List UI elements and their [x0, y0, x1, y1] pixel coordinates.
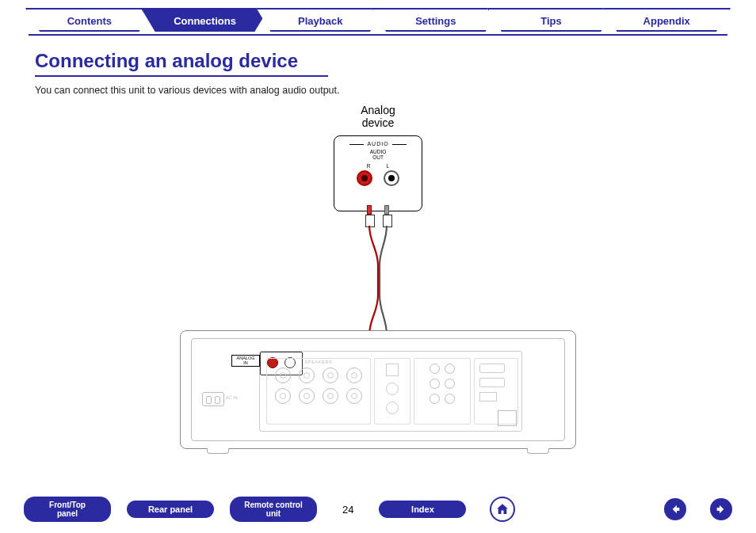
- home-icon: [495, 502, 510, 516]
- tab-label: Connections: [174, 15, 236, 27]
- rca-jack-l: [384, 170, 399, 186]
- tab-label: Contents: [67, 15, 112, 27]
- tab-contents[interactable]: Contents: [25, 8, 154, 32]
- receiver-unit: AC IN SPEAKERS: [180, 330, 576, 449]
- tab-connections[interactable]: Connections: [141, 8, 269, 32]
- network-port: [498, 410, 517, 426]
- home-button[interactable]: [490, 497, 515, 522]
- audio-out-label: AUDIO OUT: [370, 149, 387, 160]
- source-jacks: [357, 170, 399, 186]
- tab-label: Tips: [540, 15, 562, 27]
- foot-right: [527, 448, 549, 454]
- title-rule: [35, 75, 328, 77]
- connection-diagram: Analog device AUDIO AUDIO OUT R L: [124, 104, 632, 452]
- rear-panel-plate: SPEAKERS: [259, 351, 522, 432]
- lead-text: You can connect this unit to various dev…: [35, 85, 721, 96]
- footer-btn-remote-control-unit[interactable]: Remote control unit: [230, 497, 317, 522]
- prev-page-button[interactable]: [664, 498, 686, 520]
- tab-label: Appendix: [643, 15, 690, 27]
- source-device-label: Analog device: [361, 104, 395, 129]
- page-title: Connecting an analog device: [35, 50, 721, 72]
- tab-appendix[interactable]: Appendix: [602, 8, 731, 32]
- tab-settings[interactable]: Settings: [372, 8, 500, 32]
- arrow-right-icon: [715, 503, 727, 516]
- plug-top-l: [383, 205, 391, 226]
- footer-btn-front-top-panel[interactable]: Front/Top panel: [24, 497, 111, 522]
- analog-in-label: ANALOG IN: [231, 355, 260, 367]
- content-area: Connecting an analog device You can conn…: [0, 36, 756, 452]
- analog-source-box: AUDIO AUDIO OUT R L: [334, 135, 422, 211]
- channel-labels: R L: [367, 163, 389, 169]
- next-page-button[interactable]: [710, 498, 732, 520]
- plug-top-r: [365, 205, 373, 226]
- ac-in-label: AC IN: [226, 395, 238, 400]
- arrow-left-icon: [669, 503, 682, 516]
- l-label: L: [387, 163, 390, 169]
- manual-page: Contents Connections Playback Settings T…: [0, 0, 756, 533]
- audio-caption: AUDIO: [367, 141, 388, 147]
- audio-out-group: [414, 358, 471, 424]
- rca-jack-r: [357, 170, 372, 186]
- digital-in-group: [374, 358, 410, 424]
- tab-tips[interactable]: Tips: [487, 8, 616, 32]
- footer-btn-rear-panel[interactable]: Rear panel: [127, 501, 214, 518]
- speaker-terminals: SPEAKERS: [266, 358, 371, 424]
- cable-wire: [354, 226, 402, 335]
- tab-label: Settings: [415, 15, 456, 27]
- footer-bar: Front/Top panel Rear panel Remote contro…: [0, 497, 756, 522]
- tab-label: Playback: [298, 15, 342, 27]
- ac-inlet: [202, 392, 224, 406]
- top-tab-bar: Contents Connections Playback Settings T…: [0, 0, 756, 34]
- page-number: 24: [342, 504, 353, 516]
- r-label: R: [367, 163, 371, 169]
- foot-left: [207, 448, 229, 454]
- footer-btn-index[interactable]: Index: [379, 501, 466, 518]
- tab-playback[interactable]: Playback: [256, 8, 384, 32]
